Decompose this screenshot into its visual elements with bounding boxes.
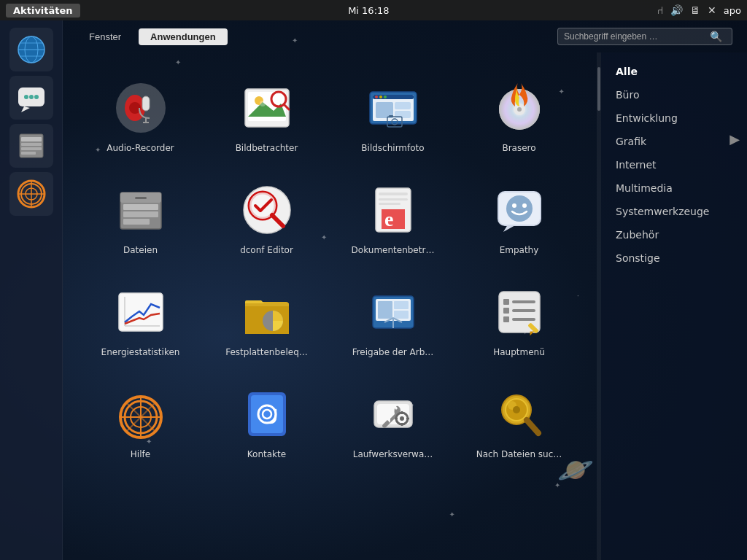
app-label-freigabe: Freigabe der Arb… [352, 347, 434, 357]
svg-rect-13 [21, 147, 42, 150]
svg-rect-90 [512, 318, 535, 321]
category-multimedia[interactable]: Multimedia [601, 176, 747, 200]
svg-point-8 [34, 95, 39, 99]
category-buro[interactable]: Büro [601, 83, 747, 106]
category-entwicklung[interactable]: Entwicklung [601, 106, 747, 130]
svg-rect-41 [395, 102, 411, 109]
svg-rect-99 [251, 395, 283, 433]
apps-grid: Audio-Recorder [63, 52, 597, 560]
svg-point-67 [506, 195, 533, 222]
scrollbar[interactable] [597, 52, 601, 560]
svg-point-30 [260, 101, 266, 106]
app-label-energiestatistiken: Energiestatistiken [101, 347, 180, 357]
svg-point-37 [375, 96, 378, 98]
tab-anwendungen[interactable]: Anwendungen [139, 28, 228, 45]
app-bildbetrachter[interactable]: Bildbetrachter [204, 60, 330, 162]
svg-rect-80 [378, 301, 392, 319]
svg-rect-89 [503, 316, 509, 322]
app-icon-audio-recorder [112, 79, 170, 137]
svg-point-115 [513, 406, 520, 413]
app-festplattenbelegung[interactable]: Festplattenbeleq… [204, 264, 330, 366]
app-icon-bildbetrachter [238, 79, 296, 137]
app-brasero[interactable]: Brasero [456, 60, 582, 162]
app-audio-recorder[interactable]: Audio-Recorder [77, 60, 204, 162]
app-label-hauptmenu: Hauptmenü [493, 347, 545, 357]
app-icon-laufwerksverwaltung [364, 385, 422, 443]
svg-rect-52 [123, 204, 158, 210]
category-systemwerkzeuge[interactable]: Systemwerkzeuge [601, 200, 747, 223]
aktivitaten-button[interactable]: Aktivitäten [6, 4, 80, 18]
apps-area: Audio-Recorder [63, 52, 747, 560]
app-label-bildbetrachter: Bildbetrachter [236, 143, 298, 153]
app-icon-freigabe [364, 283, 422, 341]
volume-icon[interactable]: 🔊 [670, 4, 683, 16]
accessibility-icon[interactable]: ⑁ [657, 4, 663, 16]
category-grafik[interactable]: Grafik [601, 130, 747, 153]
app-dateien[interactable]: Dateien [77, 162, 204, 264]
user-menu[interactable]: apo [724, 5, 741, 16]
app-label-nach-dateien-suchen: Nach Dateien suc… [476, 449, 562, 459]
dock-globe[interactable] [9, 28, 53, 71]
dock-chat[interactable] [9, 76, 53, 120]
app-hilfe[interactable]: Hilfe [77, 366, 204, 468]
app-nach-dateien-suchen[interactable]: Nach Dateien suc… [456, 366, 582, 468]
app-label-hilfe: Hilfe [131, 449, 150, 459]
power-icon[interactable]: ✕ [708, 4, 716, 16]
tabs-bar: Fenster Anwendungen 🔍 [63, 28, 747, 52]
svg-rect-85 [503, 299, 509, 305]
search-icon: 🔍 [710, 31, 722, 42]
svg-rect-76 [245, 303, 289, 306]
dock-help[interactable] [9, 172, 53, 216]
app-energiestatistiken[interactable]: Energiestatistiken [77, 264, 204, 366]
app-label-dconf-editor: dconf Editor [240, 245, 293, 255]
svg-rect-82 [394, 311, 409, 319]
svg-rect-23 [142, 96, 150, 111]
svg-rect-88 [512, 309, 535, 312]
app-label-kontakte: Kontakte [247, 449, 286, 459]
svg-rect-63 [379, 203, 400, 205]
scrollbar-thumb [597, 67, 600, 111]
tab-fenster[interactable]: Fenster [77, 28, 133, 45]
svg-point-39 [384, 96, 387, 98]
dock-files[interactable] [9, 124, 53, 168]
app-empathy[interactable]: Empathy [456, 162, 582, 264]
category-alle[interactable]: Alle [601, 60, 747, 83]
topbar-right: ⑁ 🔊 🖥 ✕ apo [657, 4, 741, 16]
category-internet[interactable]: Internet [601, 153, 747, 176]
app-icon-brasero [490, 79, 549, 137]
app-kontakte[interactable]: Kontakte [204, 366, 330, 468]
svg-rect-61 [379, 192, 408, 195]
app-laufwerksverwaltung[interactable]: Laufwerksverwa… [330, 366, 456, 468]
svg-point-105 [400, 416, 404, 421]
app-label-dateien: Dateien [123, 245, 158, 255]
app-icon-nach-dateien-suchen [490, 385, 549, 443]
svg-point-49 [517, 107, 522, 112]
app-bildschirmfoto[interactable]: Bildschirmfoto [330, 60, 456, 162]
app-freigabe[interactable]: Freigabe der Arb… [330, 264, 456, 366]
app-icon-bildschirmfoto [364, 79, 422, 137]
svg-text:e: e [384, 208, 393, 230]
category-sonstige[interactable]: Sonstige [601, 246, 747, 270]
app-icon-festplattenbelegung [238, 283, 296, 341]
search-bar[interactable]: 🔍 [557, 28, 732, 45]
svg-rect-11 [21, 137, 42, 141]
search-input[interactable] [564, 31, 710, 42]
svg-point-7 [29, 95, 34, 99]
svg-point-68 [512, 203, 516, 208]
app-dconf-editor[interactable]: dconf Editor [204, 162, 330, 264]
app-icon-hauptmenu [490, 283, 549, 341]
category-collapse-arrow[interactable]: ▶ [729, 131, 740, 147]
svg-marker-9 [21, 106, 30, 112]
category-panel: Alle Büro Entwicklung Grafik Internet Mu… [601, 52, 747, 560]
display-icon[interactable]: 🖥 [690, 4, 700, 16]
app-hauptmenu[interactable]: Hauptmenü [456, 264, 582, 366]
app-dokumentenbetrachter[interactable]: e Dokumentenbetr… [330, 162, 456, 264]
category-zubehor[interactable]: Zubehör [601, 223, 747, 246]
svg-rect-55 [135, 197, 147, 199]
svg-point-69 [522, 203, 527, 208]
svg-rect-45 [389, 115, 393, 117]
content-area: Fenster Anwendungen 🔍 [63, 20, 747, 560]
app-label-festplattenbelegung: Festplattenbeleq… [225, 347, 308, 357]
app-icon-dconf-editor [238, 181, 296, 239]
app-label-empathy: Empathy [500, 245, 539, 255]
